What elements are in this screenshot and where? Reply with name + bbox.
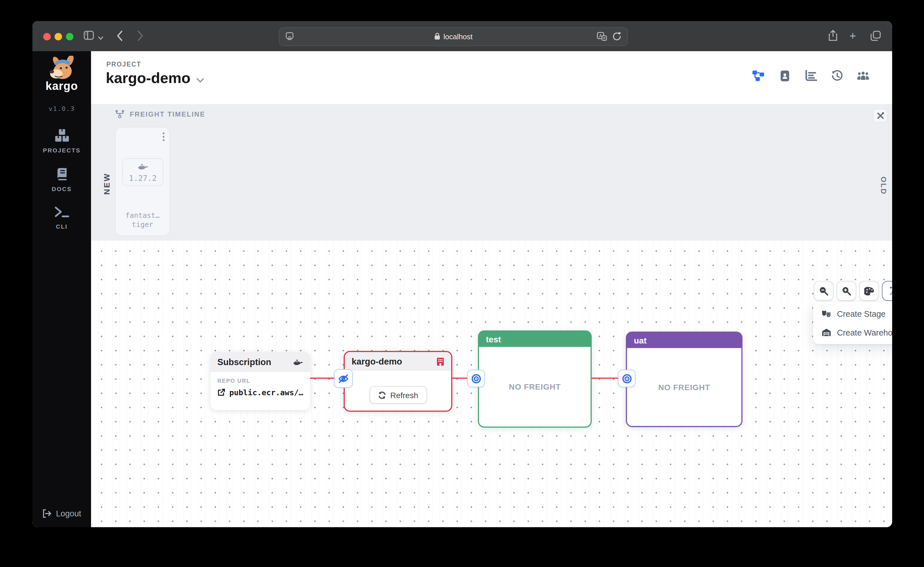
- browser-window: localhost A +: [32, 21, 892, 527]
- minimize-window-button[interactable]: [55, 33, 62, 40]
- stage-name: test: [486, 334, 501, 344]
- logout-icon: [42, 509, 52, 518]
- connector-test-uat: [589, 378, 619, 379]
- sidebar-item-docs[interactable]: DOCS: [32, 167, 91, 192]
- app-sidebar: kargo v1.0.3 PROJECTS DO: [32, 51, 91, 527]
- freight-item[interactable]: 1.27.2 fantast… tiger: [115, 127, 170, 236]
- pipeline-canvas[interactable]: Create Stage Create Warehouse: [91, 241, 892, 527]
- pipeline-icon[interactable]: [752, 69, 765, 82]
- warehouse-red-icon: [436, 357, 444, 366]
- project-eyebrow: PROJECT: [107, 61, 141, 68]
- freight-menu-kebab-icon[interactable]: [163, 132, 164, 141]
- sidebar-item-projects[interactable]: PROJECTS: [32, 129, 91, 153]
- logout-button[interactable]: Logout: [32, 509, 91, 518]
- main-area: PROJECT kargo-demo: [91, 51, 892, 527]
- repo-url-label: REPO URL: [217, 378, 303, 384]
- sidebar-item-label: DOCS: [32, 185, 91, 192]
- bullseye-icon: [471, 374, 481, 384]
- create-resource-button[interactable]: [882, 281, 892, 301]
- timeline-old-label: OLD: [879, 177, 888, 195]
- freight-timeline-panel: FREIGHT TIMELINE NEW OLD: [91, 104, 892, 241]
- repo-url-text: public.ecr.aws/…: [229, 388, 303, 397]
- kargo-logo[interactable]: kargo: [32, 56, 91, 93]
- zoom-in-button[interactable]: [836, 281, 856, 301]
- book-icon: [55, 167, 69, 181]
- stage-node-uat[interactable]: uat NO FREIGHT: [626, 332, 742, 427]
- tab-group-chevron-icon[interactable]: [98, 32, 104, 43]
- sidebar-toggle-icon[interactable]: [84, 31, 94, 42]
- tools-icon: [876, 112, 884, 119]
- lock-icon: [434, 32, 441, 41]
- freight-alias: fantast… tiger: [116, 211, 170, 229]
- zoom-out-button[interactable]: [814, 281, 834, 301]
- external-link-icon: [217, 388, 225, 396]
- back-icon[interactable]: [117, 30, 123, 44]
- stage-status: NO FREIGHT: [627, 348, 741, 426]
- menu-item-create-stage[interactable]: Create Stage: [813, 304, 892, 323]
- logout-label: Logout: [56, 509, 81, 518]
- refresh-button[interactable]: Refresh: [369, 386, 427, 404]
- stage-node-test[interactable]: test NO FREIGHT: [478, 330, 592, 428]
- chevron-down-icon: [196, 69, 204, 87]
- forward-icon[interactable]: [137, 30, 143, 44]
- zoom-out-icon: [819, 286, 828, 296]
- kargo-wordmark: kargo: [32, 80, 91, 93]
- freight-version: 1.27.2: [123, 174, 163, 183]
- fullscreen-window-button[interactable]: [66, 33, 73, 40]
- tab-overview-icon[interactable]: [870, 30, 881, 44]
- freight-artifact: 1.27.2: [122, 158, 163, 186]
- analytics-icon[interactable]: [805, 69, 817, 82]
- new-tab-icon[interactable]: +: [849, 31, 856, 41]
- hide-subscriptions-toggle[interactable]: [334, 369, 353, 388]
- menu-item-label: Create Stage: [837, 309, 886, 318]
- bullseye-icon: [622, 374, 632, 384]
- menu-item-label: Create Warehouse: [837, 328, 892, 337]
- timeline-new-label: NEW: [102, 172, 111, 195]
- subscription-node[interactable]: Subscription REPO URL: [210, 352, 310, 410]
- page-title: kargo-demo: [106, 69, 191, 87]
- stage-status: NO FREIGHT: [479, 347, 590, 426]
- palette-icon: [864, 286, 874, 296]
- sidebar-item-label: CLI: [32, 223, 91, 230]
- wand-icon: [889, 285, 892, 296]
- warehouse-icon: [822, 328, 831, 337]
- kargo-mascot-icon: [47, 56, 77, 82]
- zoom-in-icon: [841, 286, 851, 296]
- screen: localhost A +: [0, 0, 924, 567]
- project-header: PROJECT kargo-demo: [91, 51, 892, 104]
- roles-icon[interactable]: [857, 69, 869, 82]
- close-window-button[interactable]: [43, 33, 50, 40]
- project-title-dropdown[interactable]: kargo-demo: [106, 69, 204, 87]
- terminal-icon: [54, 206, 70, 218]
- history-icon[interactable]: [831, 69, 843, 82]
- create-menu: Create Stage Create Warehouse: [813, 302, 892, 344]
- masks-icon: [822, 310, 831, 318]
- timeline-settings-button[interactable]: [873, 109, 888, 123]
- docker-icon: [293, 358, 303, 366]
- translate-icon[interactable]: A: [597, 32, 607, 43]
- subscription-title: Subscription: [217, 357, 271, 367]
- address-bar[interactable]: localhost A: [279, 27, 628, 46]
- header-actions: [752, 69, 869, 82]
- credentials-icon[interactable]: [778, 69, 791, 82]
- warehouse-title: kargo-demo: [352, 356, 402, 366]
- connector-subscription-warehouse: [310, 378, 336, 379]
- timeline-icon: [115, 110, 125, 119]
- refresh-icon: [378, 391, 386, 399]
- reload-icon[interactable]: [612, 31, 622, 44]
- boxes-icon: [54, 129, 69, 142]
- warehouse-node[interactable]: kargo-demo: [344, 351, 452, 412]
- eye-slash-icon: [338, 374, 349, 383]
- share-icon[interactable]: [828, 30, 838, 44]
- stage-input-target-uat[interactable]: [618, 370, 636, 387]
- repo-url-link[interactable]: public.ecr.aws/…: [217, 388, 303, 397]
- color-mode-button[interactable]: [859, 281, 879, 301]
- sidebar-item-cli[interactable]: CLI: [32, 206, 91, 230]
- freight-timeline-header: FREIGHT TIMELINE: [115, 110, 206, 119]
- stage-input-target-test[interactable]: [467, 370, 485, 387]
- url-display: localhost: [279, 28, 628, 45]
- version-label: v1.0.3: [32, 105, 91, 112]
- freight-timeline-title: FREIGHT TIMELINE: [130, 110, 206, 118]
- menu-item-create-warehouse[interactable]: Create Warehouse: [813, 323, 892, 342]
- refresh-label: Refresh: [390, 390, 418, 399]
